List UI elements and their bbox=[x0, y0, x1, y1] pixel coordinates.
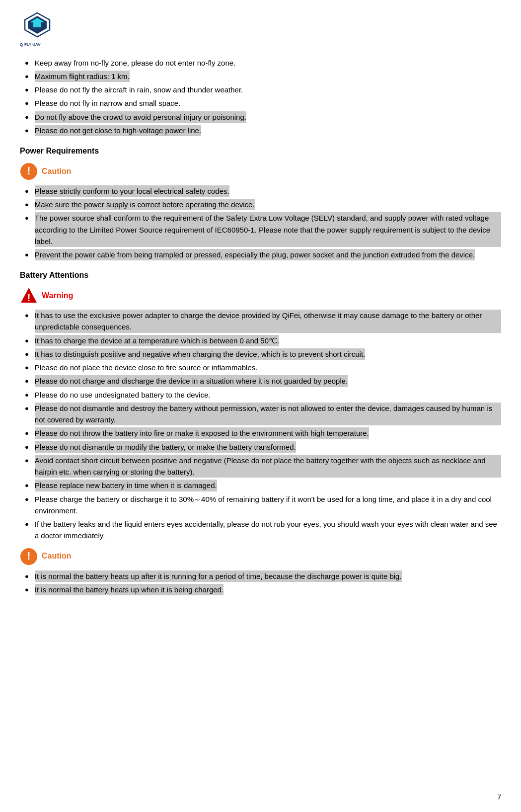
battery-caution-label: Caution bbox=[42, 550, 72, 563]
list-item: Prevent the power cable from being tramp… bbox=[20, 249, 501, 260]
power-requirements-title: Power Requirements bbox=[20, 145, 501, 158]
page-number: 7 bbox=[497, 792, 501, 803]
list-item: Please do not place the device close to … bbox=[20, 362, 501, 373]
battery-title: Battery Attentions bbox=[20, 269, 501, 282]
logo-area: Q-FLY UAV Q-FLY UAV bbox=[20, 12, 501, 48]
list-item: Please do not charge and discharge the d… bbox=[20, 375, 501, 387]
list-item: It is normal the battery heats up when i… bbox=[20, 584, 501, 595]
list-item: The power source shall conform to the re… bbox=[20, 212, 501, 247]
svg-text:!: ! bbox=[27, 550, 30, 562]
list-item: Please do not dismantle or modify the ba… bbox=[20, 441, 501, 453]
list-item: Please do not get close to high-voltage … bbox=[20, 125, 501, 136]
list-item: Keep away from no-fly zone, please do no… bbox=[20, 57, 501, 69]
list-item: If the battery leaks and the liquid ente… bbox=[20, 518, 501, 542]
power-caution-block: ! Caution bbox=[20, 162, 501, 180]
list-item: Please charge the battery or discharge i… bbox=[20, 493, 501, 517]
svg-text:!: ! bbox=[27, 164, 30, 177]
power-bullet-list: Please strictly conform to your local el… bbox=[20, 185, 501, 261]
power-caution-label: Caution bbox=[42, 165, 72, 178]
svg-text:!: ! bbox=[27, 292, 31, 303]
list-item: It is normal the battery heats up after … bbox=[20, 570, 501, 582]
list-item: Please strictly conform to your local el… bbox=[20, 185, 501, 197]
list-item: Avoid contact short circuit between posi… bbox=[20, 455, 501, 478]
list-item: Please do no use undesignated battery to… bbox=[20, 389, 501, 401]
battery-caution-block: ! Caution bbox=[20, 548, 501, 566]
list-item: Maximum flight radius: 1 km. bbox=[20, 71, 501, 82]
warning-icon: ! bbox=[20, 287, 38, 305]
list-item: Please do not throw the battery into fir… bbox=[20, 427, 501, 439]
caution-icon: ! bbox=[20, 162, 38, 180]
logo-text: Q-FLY UAV bbox=[20, 42, 501, 48]
list-item: Please do not fly the aircraft in rain, … bbox=[20, 84, 501, 95]
list-item: Do not fly above the crowd to avoid pers… bbox=[20, 111, 501, 123]
power-requirements-section: Power Requirements ! Caution Please stri… bbox=[20, 145, 501, 260]
battery-caution-icon: ! bbox=[20, 548, 38, 566]
list-item: Please do not fly in narrow and small sp… bbox=[20, 97, 501, 109]
list-item: Make sure the power supply is correct be… bbox=[20, 199, 501, 210]
qfly-logo: Q-FLY UAV bbox=[20, 12, 55, 38]
list-item: Please replace new battery in time when … bbox=[20, 480, 501, 491]
list-item: It has to use the exclusive power adapte… bbox=[20, 310, 501, 333]
list-item: It has to distinguish positive and negat… bbox=[20, 348, 501, 360]
list-item: It has to charge the device at a tempera… bbox=[20, 335, 501, 346]
warning-label: Warning bbox=[42, 290, 73, 302]
warning-bullet-list: It has to use the exclusive power adapte… bbox=[20, 310, 501, 542]
battery-attentions-section: Battery Attentions ! Warning It has to u… bbox=[20, 269, 501, 595]
caution-bullet-list: It is normal the battery heats up after … bbox=[20, 570, 501, 596]
warning-block: ! Warning bbox=[20, 287, 501, 305]
general-bullet-list: Keep away from no-fly zone, please do no… bbox=[20, 57, 501, 137]
list-item: Please do not dismantle and destroy the … bbox=[20, 403, 501, 426]
